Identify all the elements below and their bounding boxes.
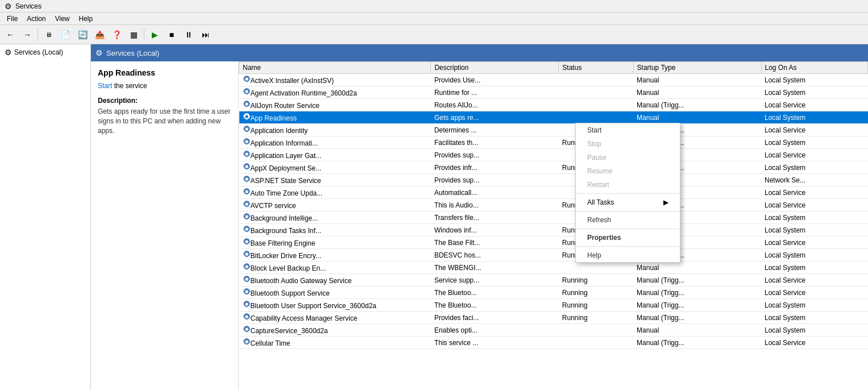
context-menu-start[interactable]: Start [576, 123, 680, 137]
show-console-button[interactable]: 🖥 [40, 27, 56, 43]
table-row[interactable]: Application Informati... Facilitates th.… [239, 136, 868, 149]
menu-help[interactable]: Help [74, 14, 98, 24]
cell-status [559, 337, 633, 349]
menu-view[interactable]: View [51, 14, 74, 24]
table-row[interactable]: Agent Activation Runtime_3600d2a Runtime… [239, 86, 868, 99]
action-button[interactable]: 📄 [57, 27, 73, 43]
cell-logon: Local System [761, 111, 867, 124]
cell-logon: Local System [761, 161, 867, 174]
cell-logon: Local System [761, 224, 867, 237]
stop-service-button[interactable]: ■ [164, 27, 180, 43]
sidebar-item-services-local[interactable]: ⚙ Services (Local) [2, 47, 88, 58]
cell-logon: Local System [761, 86, 867, 99]
table-row[interactable]: Application Layer Gat... Provides sup...… [239, 149, 868, 161]
col-header-startup[interactable]: Startup Type [633, 62, 761, 74]
context-menu-resume: Resume [576, 164, 680, 178]
pause-service-button[interactable]: ⏸ [181, 27, 197, 43]
forward-button[interactable]: → [19, 27, 35, 43]
table-row[interactable]: AVCTP service This is Audio... Running M… [239, 199, 868, 211]
table-row[interactable]: Capability Access Manager Service Provid… [239, 312, 868, 324]
help-toolbar-button[interactable]: ❓ [109, 27, 124, 43]
col-header-description[interactable]: Description [431, 62, 559, 74]
table-row[interactable]: App Readiness Gets apps re... Manual Loc… [239, 111, 868, 124]
cell-logon: Local System [761, 136, 867, 149]
cell-status [559, 111, 633, 124]
cell-logon: Local Service [761, 199, 867, 211]
cell-name: Cellular Time [239, 337, 431, 349]
menu-action[interactable]: Action [22, 14, 50, 24]
table-row[interactable]: Background Tasks Inf... Windows inf... R… [239, 224, 868, 237]
cell-description: Gets apps re... [431, 111, 559, 124]
table-row[interactable]: Auto Time Zone Upda... Automaticall... D… [239, 186, 868, 199]
menu-file[interactable]: File [2, 14, 22, 24]
cell-startup: Manual [633, 86, 761, 99]
table-row[interactable]: CaptureService_3600d2a Enables opti... M… [239, 324, 868, 337]
sidebar: ⚙ Services (Local) [0, 44, 91, 390]
table-row[interactable]: Cellular Time This service ... Manual (T… [239, 337, 868, 349]
cell-name: CaptureService_3600d2a [239, 324, 431, 337]
start-service-link[interactable]: Start [98, 82, 112, 90]
col-header-logon[interactable]: Log On As [761, 62, 867, 74]
cell-description: Windows inf... [431, 224, 559, 237]
table-row[interactable]: AppX Deployment Se... Provides infr... R… [239, 161, 868, 174]
cell-startup: Manual (Trigg... [633, 312, 761, 324]
cell-name: Block Level Backup En... [239, 262, 431, 274]
export-button[interactable]: 📤 [92, 27, 107, 43]
cell-logon: Local Service [761, 186, 867, 199]
content-header-title: Services (Local) [106, 49, 159, 57]
table-row[interactable]: ActiveX Installer (AxInstSV) Provides Us… [239, 74, 868, 86]
cell-name: ActiveX Installer (AxInstSV) [239, 74, 431, 86]
table-row[interactable]: ASP.NET State Service Provides sup... Ma… [239, 174, 868, 186]
table-row[interactable]: Block Level Backup En... The WBENGI... M… [239, 262, 868, 274]
col-header-name[interactable]: Name [239, 62, 431, 74]
table-row[interactable]: Bluetooth Audio Gateway Service Service … [239, 274, 868, 287]
cell-logon: Local Service [761, 237, 867, 249]
table-row[interactable]: Base Filtering Engine The Base Filt... R… [239, 237, 868, 249]
description-text: Gets apps ready for use the first time a… [98, 107, 231, 135]
cell-description: Enables opti... [431, 324, 559, 337]
refresh-button[interactable]: 🔄 [74, 27, 90, 43]
cell-startup: Manual [633, 74, 761, 86]
service-list-container[interactable]: Name Description Status Startup Type Log… [239, 61, 868, 390]
cell-description: Provides sup... [431, 174, 559, 186]
cell-status: Running [559, 312, 633, 324]
table-row[interactable]: BitLocker Drive Encry... BDESVC hos... R… [239, 249, 868, 262]
table-row[interactable]: Bluetooth Support Service The Bluetoo...… [239, 287, 868, 299]
context-menu-help[interactable]: Help [576, 248, 680, 262]
cell-status [559, 86, 633, 99]
cell-description: The WBENGI... [431, 262, 559, 274]
cell-name: Base Filtering Engine [239, 237, 431, 249]
table-row[interactable]: Background Intellige... Transfers file..… [239, 211, 868, 224]
start-service-button[interactable]: ▶ [147, 27, 163, 43]
cell-name: Background Intellige... [239, 211, 431, 224]
cell-name: Bluetooth User Support Service_3600d2a [239, 299, 431, 312]
cell-logon: Local Service [761, 274, 867, 287]
table-row[interactable]: Bluetooth User Support Service_3600d2a T… [239, 299, 868, 312]
cell-startup: Manual (Trigg... [633, 99, 761, 111]
table-row[interactable]: AllJoyn Router Service Routes AllJo... M… [239, 99, 868, 111]
cell-logon: Local Service [761, 337, 867, 349]
context-menu-all-tasks[interactable]: All Tasks▶ [576, 196, 680, 209]
cell-logon: Local System [761, 249, 867, 262]
submenu-arrow: ▶ [663, 198, 668, 206]
back-button[interactable]: ← [2, 27, 18, 43]
cell-logon: Local System [761, 324, 867, 337]
table-row[interactable]: Application Identity Determines ... Manu… [239, 124, 868, 136]
cell-status [559, 99, 633, 111]
context-menu-separator [576, 193, 680, 194]
toolbar: ← → 🖥 📄 🔄 📤 ❓ ▦ ▶ ■ ⏸ ⏭ [0, 25, 868, 44]
col-header-status[interactable]: Status [559, 62, 633, 74]
cell-status [559, 262, 633, 274]
cell-name: App Readiness [239, 111, 431, 124]
context-menu-refresh[interactable]: Refresh [576, 213, 680, 227]
cell-description: Provides faci... [431, 312, 559, 324]
cell-logon: Local Service [761, 124, 867, 136]
sidebar-item-label: Services (Local) [14, 48, 63, 56]
content-area: ⚙ Services (Local) App Readiness Start t… [91, 44, 868, 390]
service-table: Name Description Status Startup Type Log… [239, 61, 868, 349]
cell-name: Auto Time Zone Upda... [239, 186, 431, 199]
resume-service-button[interactable]: ⏭ [198, 27, 214, 43]
view-button[interactable]: ▦ [126, 27, 142, 43]
description-label: Description: [98, 97, 231, 105]
context-menu-properties[interactable]: Properties [576, 231, 680, 244]
